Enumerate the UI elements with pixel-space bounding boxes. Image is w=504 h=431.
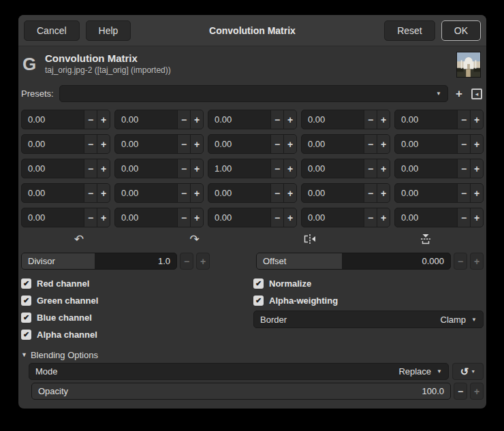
matrix-cell-value[interactable]: 0.00: [22, 110, 84, 129]
checkbox-preview[interactable]: ✔ Preview: [21, 405, 70, 409]
matrix-cell-r0c0[interactable]: 0.00−+: [21, 110, 110, 129]
matrix-cell-value[interactable]: 0.00: [22, 159, 84, 178]
minus-icon[interactable]: −: [457, 159, 470, 178]
matrix-cell-value[interactable]: 0.00: [395, 135, 457, 153]
presets-dropdown[interactable]: ▼: [59, 85, 448, 102]
matrix-cell-r1c1[interactable]: 0.00−+: [114, 134, 204, 154]
minus-icon[interactable]: −: [457, 135, 470, 153]
minus-icon[interactable]: −: [457, 184, 470, 202]
plus-icon[interactable]: +: [377, 184, 390, 202]
checkbox-green-channel[interactable]: ✔ Green channel: [21, 292, 253, 309]
matrix-cell-value[interactable]: 0.00: [302, 184, 364, 202]
matrix-cell-r0c3[interactable]: 0.00−+: [301, 110, 390, 129]
mode-reset-button[interactable]: ↺ ▼: [452, 363, 484, 380]
plus-icon[interactable]: +: [470, 159, 483, 178]
plus-icon[interactable]: +: [97, 208, 110, 227]
rotate-clockwise-icon[interactable]: ↷: [137, 232, 253, 246]
border-dropdown[interactable]: Border Clamp ▼: [253, 310, 484, 328]
plus-icon[interactable]: +: [470, 184, 483, 202]
minus-icon[interactable]: −: [177, 159, 190, 178]
ok-button[interactable]: OK: [441, 20, 481, 41]
checkbox-red-channel[interactable]: ✔ Red channel: [21, 275, 253, 292]
opacity-decrement-button[interactable]: −: [454, 383, 467, 400]
minus-icon[interactable]: −: [177, 208, 190, 227]
divisor-increment-button[interactable]: +: [196, 253, 210, 270]
matrix-cell-r1c3[interactable]: 0.00−+: [301, 134, 390, 154]
plus-icon[interactable]: +: [190, 110, 203, 129]
divisor-decrement-button[interactable]: −: [180, 253, 193, 270]
reset-button[interactable]: Reset: [384, 20, 435, 41]
checkbox-blue-channel[interactable]: ✔ Blue channel: [21, 309, 253, 326]
matrix-cell-r4c3[interactable]: 0.00−+: [301, 208, 390, 227]
matrix-cell-value[interactable]: 0.00: [115, 159, 177, 178]
matrix-cell-value[interactable]: 0.00: [115, 184, 177, 202]
matrix-cell-value[interactable]: 0.00: [208, 208, 270, 227]
matrix-cell-r0c1[interactable]: 0.00−+: [114, 110, 204, 129]
matrix-cell-value[interactable]: 0.00: [302, 159, 364, 178]
plus-icon[interactable]: +: [470, 135, 483, 153]
matrix-cell-r2c3[interactable]: 0.00−+: [301, 159, 390, 178]
plus-icon[interactable]: +: [190, 184, 203, 202]
manage-presets-button[interactable]: ◂: [471, 89, 482, 99]
cancel-button[interactable]: Cancel: [24, 20, 80, 41]
matrix-cell-r1c4[interactable]: 0.00−+: [394, 134, 484, 154]
minus-icon[interactable]: −: [270, 135, 283, 153]
minus-icon[interactable]: −: [84, 110, 97, 129]
matrix-cell-value[interactable]: 0.00: [115, 208, 177, 227]
plus-icon[interactable]: +: [470, 110, 483, 129]
matrix-cell-r0c2[interactable]: 0.00−+: [208, 110, 297, 129]
opacity-slider[interactable]: Opacity 100.0: [31, 383, 451, 400]
matrix-cell-r3c2[interactable]: 0.00−+: [208, 183, 297, 203]
minus-icon[interactable]: −: [457, 208, 470, 227]
minus-icon[interactable]: −: [177, 110, 190, 129]
matrix-cell-value[interactable]: 0.00: [302, 208, 364, 227]
minus-icon[interactable]: −: [84, 159, 97, 178]
matrix-cell-r3c3[interactable]: 0.00−+: [301, 183, 390, 203]
matrix-cell-value[interactable]: 0.00: [395, 159, 457, 178]
minus-icon[interactable]: −: [364, 184, 377, 202]
plus-icon[interactable]: +: [190, 159, 203, 178]
minus-icon[interactable]: −: [270, 184, 283, 202]
rotate-counter-clockwise-icon[interactable]: ↶: [21, 232, 137, 246]
matrix-cell-r0c4[interactable]: 0.00−+: [394, 110, 484, 129]
matrix-cell-value[interactable]: 0.00: [208, 184, 270, 202]
matrix-cell-r2c2[interactable]: 1.00−+: [208, 159, 297, 178]
plus-icon[interactable]: +: [97, 184, 110, 202]
plus-icon[interactable]: +: [283, 159, 296, 178]
matrix-cell-r3c1[interactable]: 0.00−+: [114, 183, 204, 203]
plus-icon[interactable]: +: [283, 184, 296, 202]
plus-icon[interactable]: +: [97, 110, 110, 129]
matrix-cell-r4c1[interactable]: 0.00−+: [114, 208, 204, 227]
plus-icon[interactable]: +: [97, 159, 110, 178]
matrix-cell-value[interactable]: 0.00: [115, 110, 177, 129]
plus-icon[interactable]: +: [97, 135, 110, 153]
matrix-cell-r4c2[interactable]: 0.00−+: [208, 208, 297, 227]
matrix-cell-r2c0[interactable]: 0.00−+: [21, 159, 110, 178]
plus-icon[interactable]: +: [377, 208, 390, 227]
minus-icon[interactable]: −: [84, 135, 97, 153]
matrix-cell-value[interactable]: 0.00: [302, 135, 364, 153]
add-preset-button[interactable]: +: [452, 87, 466, 101]
plus-icon[interactable]: +: [377, 110, 390, 129]
matrix-cell-r1c0[interactable]: 0.00−+: [21, 134, 110, 154]
minus-icon[interactable]: −: [457, 110, 470, 129]
divisor-slider[interactable]: Divisor 1.0: [21, 253, 177, 270]
matrix-cell-r3c0[interactable]: 0.00−+: [21, 183, 110, 203]
minus-icon[interactable]: −: [177, 184, 190, 202]
plus-icon[interactable]: +: [283, 135, 296, 153]
plus-icon[interactable]: +: [377, 159, 390, 178]
blending-options-expander[interactable]: ▼ Blending Options: [21, 349, 484, 360]
minus-icon[interactable]: −: [270, 110, 283, 129]
matrix-cell-value[interactable]: 1.00: [208, 159, 270, 178]
flip-vertical-icon[interactable]: [368, 232, 484, 246]
help-button[interactable]: Help: [86, 20, 131, 41]
matrix-cell-r3c4[interactable]: 0.00−+: [394, 183, 484, 203]
flip-horizontal-icon[interactable]: [253, 232, 368, 246]
checkbox-split-view[interactable]: Split view: [424, 405, 477, 409]
matrix-cell-r4c0[interactable]: 0.00−+: [21, 208, 110, 227]
matrix-cell-r1c2[interactable]: 0.00−+: [208, 134, 297, 154]
plus-icon[interactable]: +: [283, 208, 296, 227]
matrix-cell-r2c4[interactable]: 0.00−+: [394, 159, 484, 178]
minus-icon[interactable]: −: [364, 208, 377, 227]
minus-icon[interactable]: −: [270, 159, 283, 178]
